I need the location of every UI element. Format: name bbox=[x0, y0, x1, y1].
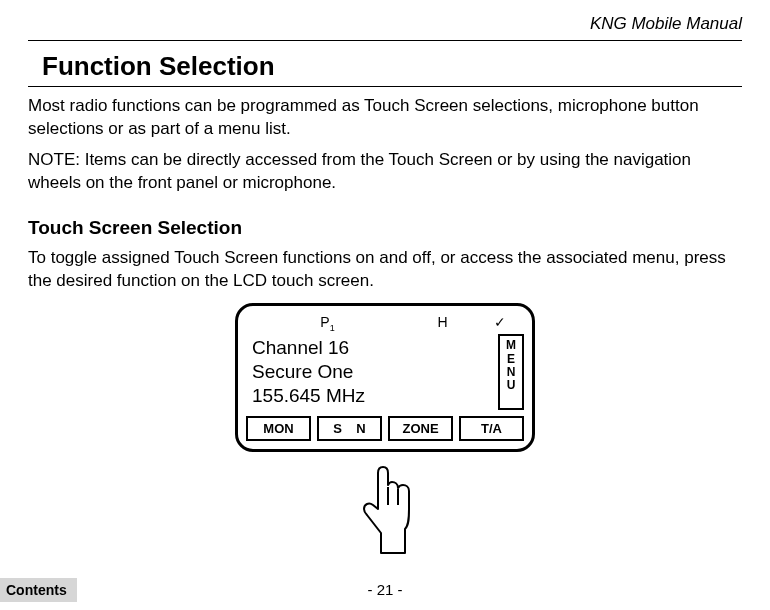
device-frame: P1 H ✓ Channel 16 Secure One 155.645 MHz… bbox=[235, 303, 535, 452]
paragraph-1: Most radio functions can be programmed a… bbox=[28, 95, 742, 141]
screen-line-2: Secure One bbox=[252, 360, 490, 384]
screen-line-3: 155.645 MHz bbox=[252, 384, 490, 408]
softkey-zone[interactable]: ZONE bbox=[388, 416, 453, 441]
status-p1: P1 bbox=[318, 314, 338, 333]
menu-letter-m: M bbox=[500, 339, 522, 352]
lcd-figure: P1 H ✓ Channel 16 Secure One 155.645 MHz… bbox=[235, 303, 535, 452]
softkey-ta[interactable]: T/A bbox=[459, 416, 524, 441]
menu-letter-u: U bbox=[500, 379, 522, 392]
rule-under-title bbox=[28, 86, 742, 87]
rule-top bbox=[28, 40, 742, 41]
screen-line-1: Channel 16 bbox=[252, 336, 490, 360]
softkey-scan[interactable]: S N bbox=[317, 416, 382, 441]
menu-letter-n: N bbox=[500, 366, 522, 379]
softkey-mon[interactable]: MON bbox=[246, 416, 311, 441]
pointing-hand-icon bbox=[353, 461, 417, 557]
page-number: - 21 - bbox=[0, 581, 770, 598]
status-h: H bbox=[433, 314, 453, 330]
status-check-icon: ✓ bbox=[490, 314, 510, 330]
paragraph-3: To toggle assigned Touch Screen function… bbox=[28, 247, 742, 293]
running-header: KNG Mobile Manual bbox=[28, 14, 742, 34]
softkey-row: MON S N ZONE T/A bbox=[246, 416, 524, 441]
menu-letter-e: E bbox=[500, 353, 522, 366]
screen-main: Channel 16 Secure One 155.645 MHz bbox=[246, 334, 492, 409]
menu-button[interactable]: M E N U bbox=[498, 334, 524, 409]
section-title: Function Selection bbox=[42, 51, 742, 82]
contents-tab[interactable]: Contents bbox=[0, 578, 77, 602]
scan-right: N bbox=[356, 421, 365, 436]
paragraph-2: NOTE: Items can be directly accessed fro… bbox=[28, 149, 742, 195]
status-row: P1 H ✓ bbox=[246, 314, 524, 335]
subsection-title: Touch Screen Selection bbox=[28, 217, 742, 239]
scan-left: S bbox=[333, 421, 342, 436]
